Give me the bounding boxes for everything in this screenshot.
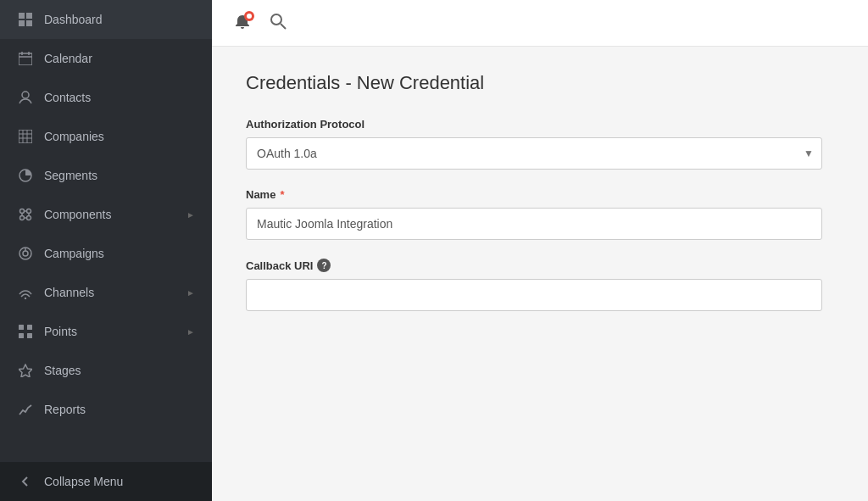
- notification-button[interactable]: [229, 9, 256, 36]
- name-label: Name *: [246, 188, 834, 201]
- points-arrow-icon: ►: [186, 327, 195, 337]
- calendar-icon: [17, 50, 34, 67]
- channels-arrow-icon: ►: [186, 288, 195, 298]
- contacts-label: Contacts: [44, 91, 91, 104]
- auth-protocol-select-wrapper: OAuth 1.0a OAuth 2 Basic Auth ▼: [246, 137, 822, 170]
- callback-uri-group: Callback URI ?: [246, 259, 834, 311]
- search-button[interactable]: [270, 13, 287, 34]
- svg-rect-29: [19, 333, 24, 338]
- campaigns-label: Campaigns: [44, 247, 104, 260]
- svg-point-24: [23, 251, 28, 256]
- name-group: Name *: [246, 188, 834, 240]
- companies-label: Companies: [44, 130, 104, 143]
- svg-point-32: [271, 14, 281, 25]
- svg-rect-0: [19, 13, 25, 19]
- callback-uri-input[interactable]: [246, 279, 822, 311]
- sidebar-item-stages[interactable]: Stages: [0, 351, 212, 390]
- svg-point-26: [25, 298, 26, 299]
- segments-label: Segments: [44, 169, 97, 182]
- companies-icon: [17, 128, 34, 145]
- sidebar-item-segments[interactable]: Segments: [0, 156, 212, 195]
- svg-rect-28: [27, 325, 32, 330]
- collapse-icon: [17, 473, 34, 490]
- sidebar-item-contacts[interactable]: Contacts: [0, 78, 212, 117]
- required-star: *: [280, 188, 284, 201]
- components-arrow-icon: ►: [186, 210, 195, 220]
- svg-rect-3: [26, 20, 32, 26]
- sidebar-item-campaigns[interactable]: Campaigns: [0, 234, 212, 273]
- notification-badge: [244, 11, 254, 21]
- sidebar-item-reports[interactable]: Reports: [0, 390, 212, 429]
- main-content: Credentials - New Credential Authorizati…: [212, 0, 868, 501]
- svg-rect-27: [19, 325, 24, 330]
- svg-point-17: [20, 216, 25, 220]
- channels-label: Channels: [44, 286, 94, 299]
- svg-rect-30: [27, 333, 32, 338]
- reports-label: Reports: [44, 403, 86, 416]
- name-input[interactable]: [246, 208, 822, 240]
- svg-rect-2: [19, 20, 25, 26]
- page-title: Credentials - New Credential: [246, 72, 834, 94]
- svg-point-8: [22, 92, 29, 98]
- svg-rect-1: [26, 13, 32, 19]
- sidebar-item-channels[interactable]: Channels ►: [0, 273, 212, 312]
- svg-rect-9: [19, 130, 32, 143]
- calendar-label: Calendar: [44, 52, 92, 65]
- collapse-menu-button[interactable]: Collapse Menu: [0, 462, 212, 501]
- contacts-icon: [17, 89, 34, 106]
- svg-point-15: [20, 209, 25, 214]
- content-area: Credentials - New Credential Authorizati…: [212, 47, 868, 501]
- components-icon: [17, 206, 34, 223]
- components-label: Components: [44, 208, 111, 221]
- svg-point-16: [27, 209, 31, 214]
- points-label: Points: [44, 325, 77, 338]
- stages-label: Stages: [44, 364, 81, 377]
- svg-rect-4: [19, 53, 32, 65]
- stages-icon: [17, 362, 34, 379]
- points-icon: [17, 323, 34, 340]
- segments-icon: [17, 167, 34, 184]
- callback-uri-label: Callback URI ?: [246, 259, 834, 272]
- dashboard-icon: [17, 11, 34, 28]
- campaigns-icon: [17, 245, 34, 262]
- channels-icon: [17, 284, 34, 301]
- sidebar-item-dashboard[interactable]: Dashboard: [0, 0, 212, 39]
- auth-protocol-group: Authorization Protocol OAuth 1.0a OAuth …: [246, 118, 834, 170]
- svg-line-33: [281, 24, 286, 29]
- sidebar-item-components[interactable]: Components ►: [0, 195, 212, 234]
- collapse-label: Collapse Menu: [44, 475, 123, 488]
- dashboard-label: Dashboard: [44, 13, 103, 26]
- auth-protocol-select[interactable]: OAuth 1.0a OAuth 2 Basic Auth: [246, 137, 822, 170]
- sidebar: Dashboard Calendar Contacts Companies Se…: [0, 0, 212, 501]
- reports-icon: [17, 401, 34, 418]
- topbar: [212, 0, 868, 47]
- sidebar-item-companies[interactable]: Companies: [0, 117, 212, 156]
- sidebar-item-points[interactable]: Points ►: [0, 312, 212, 351]
- svg-marker-31: [19, 365, 32, 377]
- sidebar-item-calendar[interactable]: Calendar: [0, 39, 212, 78]
- svg-point-18: [27, 216, 31, 220]
- callback-uri-help-icon[interactable]: ?: [317, 259, 331, 272]
- auth-protocol-label: Authorization Protocol: [246, 118, 834, 131]
